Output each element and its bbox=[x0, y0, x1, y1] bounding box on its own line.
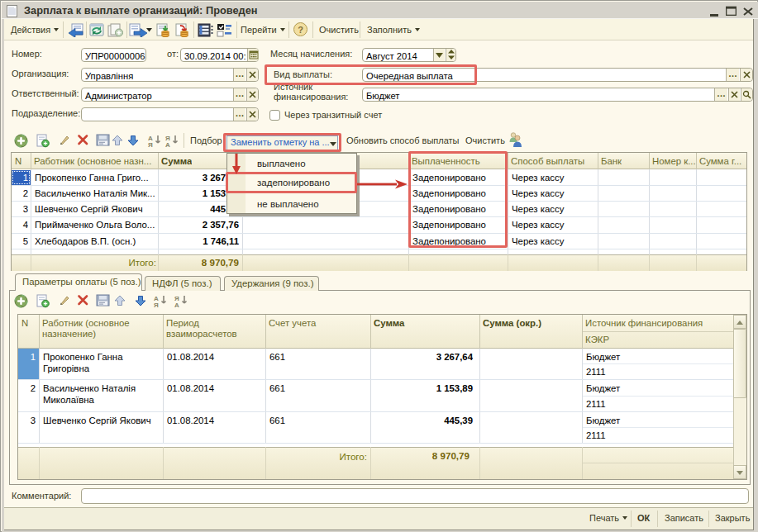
svg-text:?: ? bbox=[298, 25, 303, 35]
svg-text:Я: Я bbox=[154, 302, 159, 308]
svg-text:А: А bbox=[174, 302, 179, 308]
svg-text:А: А bbox=[165, 141, 170, 148]
svg-text:Я: Я bbox=[148, 141, 153, 148]
